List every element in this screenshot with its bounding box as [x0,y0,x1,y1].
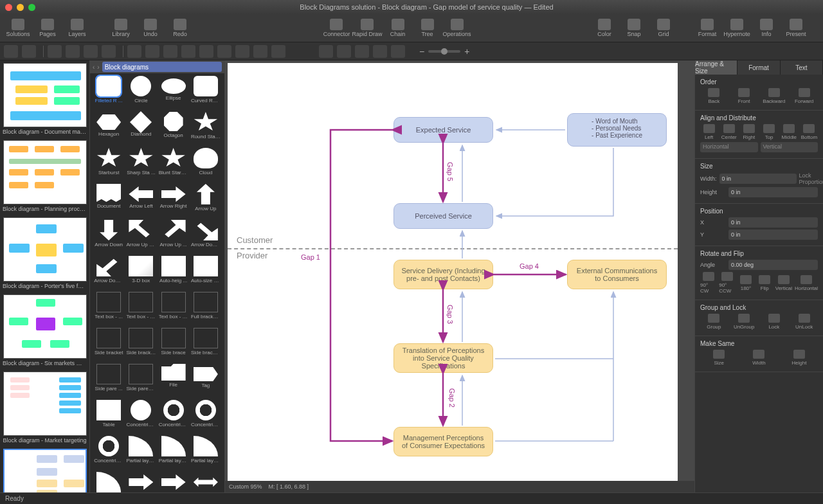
front-button[interactable]: Front [730,88,758,104]
brush-tool-icon[interactable] [217,45,231,58]
shape-item-46[interactable] [158,472,190,492]
shape-Text box - l ...[interactable]: Text box - l ... [125,292,157,328]
shape-Starburst[interactable]: Starburst [93,148,125,184]
close-icon[interactable] [5,4,12,11]
shape-Round Sta ...[interactable]: Round Sta ... [190,112,222,148]
select-tool-icon[interactable] [22,45,36,58]
shape-Arrow Up Left[interactable]: Arrow Up Left [125,220,157,256]
angle-input[interactable] [728,260,818,270]
shape-3-D box[interactable]: 3-D box [125,256,157,292]
layers-button[interactable]: Layers [63,15,91,41]
middle-button[interactable]: Middle [781,124,798,140]
line-tool-icon[interactable] [102,45,116,58]
translation-node[interactable]: Translation of Perceptions into Service … [393,343,493,373]
lib-back-icon[interactable]: ‹ [93,64,95,71]
shape-Arrow Dow ...[interactable]: Arrow Dow ... [190,220,222,256]
top-button[interactable]: Top [761,124,778,140]
shape-Diamond[interactable]: Diamond [125,112,157,148]
thumbnail-5[interactable]: Block diagram - Gap model of service q..… [3,449,87,492]
flip-button[interactable]: Flip [757,275,773,291]
shape-Auto-heig ...[interactable]: Auto-heig ... [158,256,190,292]
shape-Filleted R ...[interactable]: Filleted R ... [93,76,125,112]
shape-Sharp Sta ...[interactable]: Sharp Sta ... [125,148,157,184]
shape-Tag[interactable]: Tag [190,364,222,400]
vertical-button[interactable]: Vertical [775,275,792,291]
shape-Side parenth ...[interactable]: Side parenth ... [125,364,157,400]
canvas-scroll[interactable]: Customer Provider Gap 1 Expected Service… [225,60,694,481]
connector-tool-icon[interactable] [199,45,213,58]
shape-Cloud[interactable]: Cloud [190,148,222,184]
width-input[interactable] [719,174,797,184]
minimize-icon[interactable] [17,4,24,11]
hypernote-button[interactable]: Hypernote [723,15,751,41]
eyedropper-tool-icon[interactable] [253,45,267,58]
external-comm-node[interactable]: External Communications to Consumers [567,260,667,289]
bottom-button[interactable]: Bottom [800,124,818,140]
grid-button[interactable]: Grid [649,15,678,41]
fill-tool-icon[interactable] [235,45,249,58]
x-input[interactable] [728,217,818,228]
pen-tool-icon[interactable] [127,45,141,58]
shape-Octagon[interactable]: Octagon [158,112,190,148]
90-ccw-button[interactable]: 90° CCW [719,272,735,294]
shape-File[interactable]: File [158,364,190,400]
shape-Arrow Up[interactable]: Arrow Up [190,184,222,220]
180--button[interactable]: 180° [737,275,754,291]
group-button[interactable]: Group [700,314,728,330]
shape-Arrow Down[interactable]: Arrow Down [93,220,125,256]
snap-button[interactable]: Snap [620,15,648,41]
zoom-level[interactable]: Custom 95% [229,483,262,490]
shape-Concentric ...[interactable]: Concentric ... [190,400,222,436]
operations-button[interactable]: Operations [443,15,471,41]
distribute-vertical[interactable]: Vertical [761,142,818,152]
right-button[interactable]: Right [740,124,757,140]
unlock-button[interactable]: UnLock [790,314,818,330]
diagram-page[interactable]: Customer Provider Gap 1 Expected Service… [228,63,678,481]
shape-Side brace - ...[interactable]: Side brace - ... [190,328,222,364]
thumbnail-1[interactable]: Block diagram - Planning process [3,140,87,212]
shape-Partial layer 1[interactable]: Partial layer 1 [125,436,157,472]
shape-Text box - p ...[interactable]: Text box - p ... [158,292,190,328]
hand-tool-icon[interactable] [373,45,387,58]
expected-service-node[interactable]: Expected Service [393,117,493,143]
shape-Concentric ...[interactable]: Concentric ... [93,436,125,472]
back-button[interactable]: Back [700,88,728,104]
pointer-tool-icon[interactable] [4,45,18,58]
lock-button[interactable]: Lock [761,314,788,330]
tree-button[interactable]: Tree [413,15,442,41]
zoom-plus-icon[interactable]: + [464,46,469,57]
library-breadcrumb[interactable]: Block diagrams [102,62,222,72]
thumbnail-4[interactable]: Block diagram - Market targeting [3,372,87,444]
shape-Full bracke ...[interactable]: Full bracke ... [190,292,222,328]
tab-format[interactable]: Format [737,60,780,75]
present-button[interactable]: Present [782,15,810,41]
shape-Side pare ...[interactable]: Side pare ... [93,364,125,400]
ellipse-tool-icon[interactable] [66,45,80,58]
chain-button[interactable]: Chain [384,15,412,41]
maximize-icon[interactable] [28,4,35,11]
shape-Table[interactable]: Table [93,400,125,436]
shape-Text box - ...[interactable]: Text box - ... [93,292,125,328]
shape-Circle[interactable]: Circle [125,76,157,112]
rect-tool-icon[interactable] [48,45,62,58]
solutions-button[interactable]: Solutions [4,15,32,41]
zoom-fit-icon[interactable] [355,45,369,58]
shape-Concentric ...[interactable]: Concentric ... [125,400,157,436]
forward-button[interactable]: Forward [790,88,818,104]
undo-button[interactable]: Undo [136,15,165,41]
shape-Arrow Up ...[interactable]: Arrow Up ... [158,220,190,256]
shape-Curved Re ...[interactable]: Curved Re ... [190,76,222,112]
shape-Concentric ...[interactable]: Concentric ... [158,400,190,436]
service-delivery-node[interactable]: Service Delivery (Including pre- and pos… [393,260,493,289]
redo-button[interactable]: Redo [166,15,194,41]
crop-tool-icon[interactable] [391,45,405,58]
influences-node[interactable]: - Word of Mouth - Personal Needs - Past … [567,113,667,147]
tab-arrange[interactable]: Arrange & Size [695,60,737,75]
zoom-in-icon[interactable] [319,45,333,58]
y-input[interactable] [728,230,818,240]
rapid draw-button[interactable]: Rapid Draw [352,15,382,41]
ungroup-button[interactable]: UnGroup [730,314,758,330]
shape-Hexagon[interactable]: Hexagon [93,112,125,148]
shape-Side bracket ...[interactable]: Side bracket ... [125,328,157,364]
tab-text[interactable]: Text [781,60,823,75]
